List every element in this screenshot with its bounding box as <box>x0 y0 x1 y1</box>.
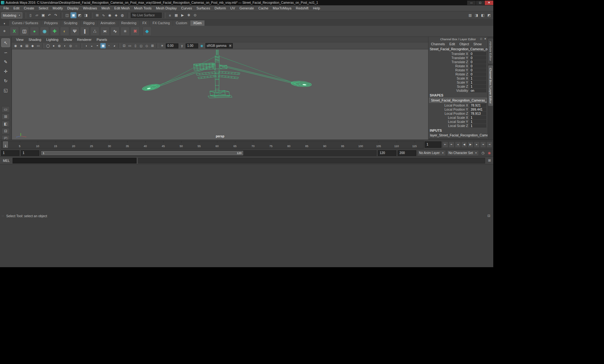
channel-value-field[interactable]: 1 <box>470 124 486 128</box>
snap-to-curve-icon[interactable]: ∿ <box>101 12 107 18</box>
channel-box-menu-object[interactable]: Object <box>457 42 471 46</box>
menu-maxtomaya[interactable]: MaxToMaya <box>271 6 294 10</box>
layout-two-pane-stacked[interactable]: ⊟ <box>2 128 10 134</box>
animation-end-field[interactable]: 200 <box>398 150 416 156</box>
anim-layer-dropdown[interactable]: No Anim Layer ▾ <box>417 150 446 156</box>
shelf-tab-animation[interactable]: Animation <box>98 20 118 26</box>
live-surface-field[interactable]: No Live Surface <box>131 13 162 18</box>
timeline-track[interactable]: 1 51015202530354045505560657075808590951… <box>1 141 424 148</box>
animation-preferences-icon[interactable]: ◷ <box>480 150 486 156</box>
redo-icon[interactable]: ↷ <box>53 12 59 18</box>
menu-surfaces[interactable]: Surfaces <box>194 6 212 10</box>
lasso-select-tool[interactable]: ∽ <box>2 48 10 57</box>
wireframe-mode-icon[interactable]: ◯ <box>45 43 51 48</box>
panel-menu-view[interactable]: View <box>14 38 26 41</box>
colorspace-dropdown[interactable]: sRGB gamma ▾ <box>205 43 233 48</box>
multisample-anti-aliasing-icon[interactable]: ▩ <box>100 43 106 48</box>
menu-mesh-tools[interactable]: Mesh Tools <box>132 6 154 10</box>
toggle-modeling-toolkit-icon[interactable]: ▥ <box>467 12 473 18</box>
motion-blur-icon[interactable]: ◓ <box>95 43 100 48</box>
close-panel-icon[interactable]: ✖ <box>484 37 487 41</box>
go-to-start-button[interactable]: ⇤ <box>442 141 448 148</box>
safe-title-icon[interactable]: ◇ <box>144 43 149 48</box>
play-forwards-button[interactable]: ▶ <box>467 141 473 148</box>
menu-select[interactable]: Select <box>36 6 51 10</box>
channel-value-field[interactable]: 1 <box>470 80 486 84</box>
channel-value-field[interactable]: 0 <box>470 52 486 56</box>
menu-edit-mesh[interactable]: Edit Mesh <box>112 6 132 10</box>
channel-value-field[interactable]: 1 <box>470 116 486 119</box>
shelf-tab-rendering[interactable]: Rendering <box>118 20 139 26</box>
menu-edit[interactable]: Edit <box>11 6 22 10</box>
sidebar-tab-channel-box-layer-editor[interactable]: Channel Box / Layer Editor <box>488 65 493 106</box>
camera-attributes-icon[interactable]: ▤ <box>24 43 30 48</box>
exposure-icon[interactable]: ☀ <box>159 43 165 48</box>
step-back-frame-button[interactable]: ◂ <box>455 141 461 148</box>
xgen-preview-toggle-icon[interactable]: ◐ <box>60 27 69 36</box>
play-backwards-button[interactable]: ◀ <box>461 141 467 148</box>
maya-cube-icon[interactable]: ◆ <box>143 27 152 36</box>
sidebar-tab-attribute-editor[interactable]: Attribute Editor <box>488 39 493 63</box>
menu-curves[interactable]: Curves <box>179 6 194 10</box>
channel-value-field[interactable]: 399.441 <box>470 108 486 111</box>
toggle-attribute-editor-icon[interactable]: ◨ <box>473 12 479 18</box>
input-node-name[interactable]: layer_Street_Facial_Recognition_Camer... <box>428 133 488 138</box>
undo-icon[interactable]: ↶ <box>47 12 53 18</box>
current-frame-marker[interactable]: 1 <box>3 141 8 148</box>
script-editor-icon[interactable]: ⊞ <box>487 158 492 163</box>
close-button[interactable]: ✖ <box>485 1 493 5</box>
shadows-icon[interactable]: ◑ <box>83 43 89 48</box>
xgen-comb-tool-icon[interactable]: Ψ <box>70 27 79 36</box>
channel-value-field[interactable]: 0 <box>470 72 486 76</box>
scale-tool[interactable]: ◱ <box>2 86 10 94</box>
shelf-tab-fx[interactable]: FX <box>140 20 149 26</box>
xgen-create-description-icon[interactable]: ● <box>30 27 39 36</box>
xgen-export-selection-icon[interactable]: ◫ <box>20 27 29 36</box>
safe-action-icon[interactable]: ◻ <box>138 43 144 48</box>
channel-value-field[interactable]: 0 <box>470 60 486 64</box>
step-back-key-button[interactable]: ↞ <box>449 141 455 148</box>
rotate-tool[interactable]: ↻ <box>2 77 10 85</box>
field-chart-icon[interactable]: ⊞ <box>150 43 155 48</box>
object-name[interactable]: Street_Facial_Recognition_Cameras_on_... <box>428 47 488 52</box>
channel-value-field[interactable]: 1 <box>470 76 486 80</box>
panel-menu-panels[interactable]: Panels <box>94 38 110 41</box>
panel-menu-lighting[interactable]: Lighting <box>44 38 61 41</box>
menu-display[interactable]: Display <box>65 6 81 10</box>
fog-icon[interactable]: ◔ <box>106 43 111 48</box>
toggle-channel-box-icon[interactable]: ◩ <box>486 12 492 18</box>
auto-keyframe-icon[interactable]: ◉ <box>486 150 492 156</box>
character-set-dropdown[interactable]: No Character Set ▾ <box>447 150 479 156</box>
animation-start-field[interactable]: 1 <box>1 150 20 156</box>
channel-value-field[interactable]: 1 <box>470 85 486 88</box>
xgen-update-preview-icon[interactable]: ◉ <box>40 27 49 36</box>
playback-end-field[interactable]: 120 <box>378 150 396 156</box>
render-current-frame-icon[interactable]: ▦ <box>173 12 179 18</box>
snap-to-plane-icon[interactable]: ◈ <box>113 12 119 18</box>
step-forward-key-button[interactable]: ↠ <box>480 141 486 148</box>
lock-camera-icon[interactable]: ◈ <box>19 43 24 48</box>
gamma-field[interactable]: 1.00 <box>186 43 198 48</box>
make-live-icon[interactable]: ◍ <box>120 12 126 18</box>
menu-modify[interactable]: Modify <box>50 6 65 10</box>
shelf-tab-xgen[interactable]: XGen <box>190 20 204 26</box>
select-object-icon[interactable]: ▣ <box>70 12 76 18</box>
isolate-select-icon[interactable]: ⊡ <box>121 43 127 48</box>
xgen-noise-tool-icon[interactable]: ∿ <box>110 27 120 36</box>
channel-value-field[interactable]: 0 <box>470 56 486 60</box>
channel-value-field[interactable]: 78.913 <box>470 112 486 115</box>
shelf-tab-custom[interactable]: Custom <box>173 20 190 26</box>
menu-mesh-display[interactable]: Mesh Display <box>154 6 179 10</box>
help-options-icon[interactable]: ⊡ <box>486 214 491 218</box>
snap-to-point-icon[interactable]: ◉ <box>107 12 113 18</box>
depth-of-field-icon[interactable]: ◕ <box>112 43 117 48</box>
minimize-button[interactable]: — <box>467 1 476 5</box>
save-scene-icon[interactable]: ▣ <box>40 12 46 18</box>
select-tool[interactable]: ↖ <box>1 38 10 47</box>
highlight-selection-icon[interactable]: ◨ <box>83 12 89 18</box>
dock-panel-icon[interactable]: ◱ <box>479 37 483 41</box>
channel-value-field[interactable]: 1 <box>470 120 486 124</box>
channel-box-menu-show[interactable]: Show <box>471 42 484 46</box>
construction-history-icon[interactable]: ≡ <box>167 12 173 18</box>
shelf-tab-sculpting[interactable]: Sculpting <box>61 20 80 26</box>
